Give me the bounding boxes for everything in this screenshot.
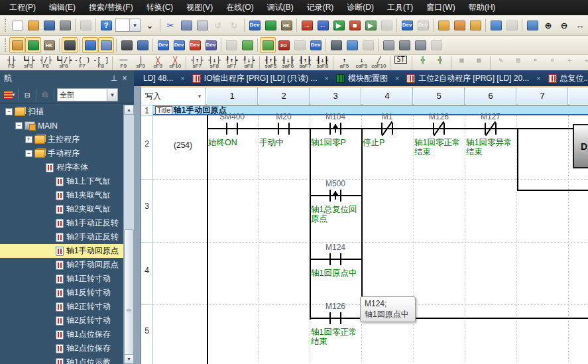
tree-item-轴2手动回原点[interactable]: 轴2手动回原点 [0,258,123,272]
menu-item-0[interactable]: 工程(P) [3,0,42,15]
falling-branch-button[interactable]: ┨↓┠saF6 [279,56,296,70]
io-check-button[interactable]: I/O [276,37,292,53]
list-view-button[interactable] [82,37,98,53]
monitor-screen-button[interactable] [25,37,41,53]
menu-item-8[interactable]: 诊断(D) [340,0,381,15]
monitor-window-button[interactable] [263,17,278,33]
filter-icon[interactable]: ▾ [2,88,17,102]
read-from-plc-button[interactable]: ← [315,17,331,33]
scrollbar-thumb[interactable] [124,229,134,364]
tree-item-主控程序[interactable]: +主控程序 [0,133,123,147]
menu-item-3[interactable]: 转换(C) [140,0,180,15]
chevron-down-icon[interactable]: ▼ [197,93,202,99]
tree-item-轴2手动正反转[interactable]: 轴2手动正反转 [0,230,123,244]
tab-close-icon[interactable]: × [533,74,544,82]
vline-button[interactable]: │sF9 [132,56,149,70]
tree-item-扫描[interactable]: −扫描 [0,105,123,119]
menu-item-4[interactable]: 视图(V) [180,0,219,15]
contact-M20-1[interactable] [274,119,293,138]
collapse-icon[interactable]: − [15,122,23,129]
close-icon[interactable]: × [119,74,130,83]
tree-item-手动程序[interactable]: −手动程序 [0,147,123,160]
coil-edit-button[interactable]: ╬ [414,56,432,70]
find-window-button[interactable] [135,37,150,53]
table-button[interactable] [412,37,428,53]
monitor-stop-button[interactable]: ■ [347,17,363,33]
open-contact-button[interactable]: ┤├F5 [3,56,20,70]
tree-item-轴2正转寸动[interactable]: 轴2正转寸动 [0,300,123,314]
rising-branch-button[interactable]: ┨↑┠saF5 [262,56,279,70]
tab-0[interactable]: LD] 48... [139,70,177,86]
contact-SM400-0[interactable] [223,119,241,138]
overflow[interactable]: ⌄ [142,17,158,33]
falling-pulse-button[interactable]: ┤↓├sF8 [206,56,223,70]
tree-item-轴2点位保存[interactable]: 轴2点位保存 [0,341,123,355]
tree-item-轴1正转寸动[interactable]: 轴1正转寸动 [0,272,123,286]
tree-item-轴1手动回原点[interactable]: 轴1手动回原点 [0,244,123,258]
contact-M1-3[interactable] [378,119,396,138]
statement-jump-button[interactable] [451,17,467,33]
device-hk-button[interactable]: HK [41,37,57,53]
device-comment-button[interactable]: Dev [247,17,263,33]
menu-item-6[interactable]: 调试(B) [261,0,300,15]
chevron-down-icon[interactable]: ▼ [107,89,117,101]
cut-button[interactable]: ✂ [162,17,178,33]
toolbar-search-select[interactable]: ▼ [115,19,141,32]
tree-item-轴1反转寸动[interactable]: 轴1反转寸动 [0,286,123,300]
monitor-start-button[interactable]: ▶ [331,17,347,33]
instruction-box[interactable]: D [573,124,588,168]
dev-comment-menu-button[interactable]: Dev [155,37,171,53]
tab-close-icon[interactable]: × [392,74,402,82]
save-project-button[interactable] [41,17,57,33]
window-layout-icon[interactable]: ⊟ [20,88,34,102]
menu-item-5[interactable]: 在线(O) [219,0,260,15]
open-branch-button[interactable]: ┗┥┝sF5 [20,56,37,70]
ladder-canvas[interactable]: SM400始终ONM20手动中M104轴1回零PM1停止PM126轴1回零正常结… [141,88,588,364]
dev-replace-button[interactable]: Dev [187,37,203,53]
tab-4[interactable]: 总复位... [544,70,588,86]
tree-item-轴1手动正反转[interactable]: 轴1手动正反转 [0,216,123,230]
invert-result-button[interactable]: ╱caF10 [370,56,387,70]
gear-icon[interactable]: ✱ [38,88,52,102]
st-inline-button[interactable]: ST [392,56,410,70]
menu-item-10[interactable]: 窗口(W) [420,0,461,15]
copy-button[interactable] [178,17,194,33]
edit-mode-cell[interactable]: 写入 ▼ [141,88,206,105]
menu-item-11[interactable]: 帮助(H) [462,0,502,15]
monitor-watch-button[interactable]: ▶ [363,17,379,33]
menu-item-2[interactable]: 搜索/替换(F) [82,0,140,15]
grid-view-button[interactable] [98,37,114,53]
tab-1[interactable]: IO输出程序 [PRG] [LD] (只读) ... [188,70,322,86]
vline-delete-button[interactable]: ╳cF10 [166,56,184,70]
tree-item-轴1点位示教[interactable]: 轴1点位示教 [0,355,123,364]
device-search-button[interactable] [328,37,344,53]
rising-pulse-close-button[interactable]: ┦↑┝aF7 [223,56,240,70]
zoom-fit-button[interactable]: ↔ [572,17,588,33]
hline-delete-button[interactable]: ╳cF9 [149,56,166,70]
note-button[interactable] [467,17,483,33]
tree-item-轴1夹取气缸[interactable]: 轴1夹取气缸 [0,188,123,202]
dev-tree-button[interactable]: Dev [203,37,219,53]
contact-M126-4[interactable] [430,119,448,138]
edit-mode-button[interactable] [260,37,276,53]
tree-item-轴2夹取气缸[interactable]: 轴2夹取气缸 [0,202,123,216]
collapse-icon[interactable]: − [25,150,32,157]
tree-filter-select[interactable]: 全部 ▼ [57,88,118,101]
pin-icon[interactable]: ⊥ [109,74,119,83]
tree-item-程序本体[interactable]: 程序本体 [0,160,123,174]
contact-M500-6[interactable] [326,186,345,205]
tree-item-轴1点位保存[interactable]: 轴1点位保存 [0,328,123,341]
chevron-down-icon[interactable]: ▼ [129,19,140,31]
menu-item-9[interactable]: 工具(T) [381,0,420,15]
coil-button[interactable]: -( )F7 [73,56,91,70]
tree-item-轴2反转寸动[interactable]: 轴2反转寸动 [0,314,123,328]
invert-down-button[interactable]: ↓caF5 [353,56,370,70]
tree-item-MAIN[interactable]: −MAIN [0,119,123,133]
screen-monitor-button[interactable] [488,17,504,33]
expand-icon[interactable]: + [25,136,32,143]
device-memory-button[interactable]: HK [278,17,294,33]
tree-item-轴1上下气缸[interactable]: 轴1上下气缸 [0,174,123,188]
application-button[interactable]: -[ ]F8 [91,56,110,70]
find-button[interactable] [119,37,135,53]
contact-M126-8[interactable] [326,309,345,328]
